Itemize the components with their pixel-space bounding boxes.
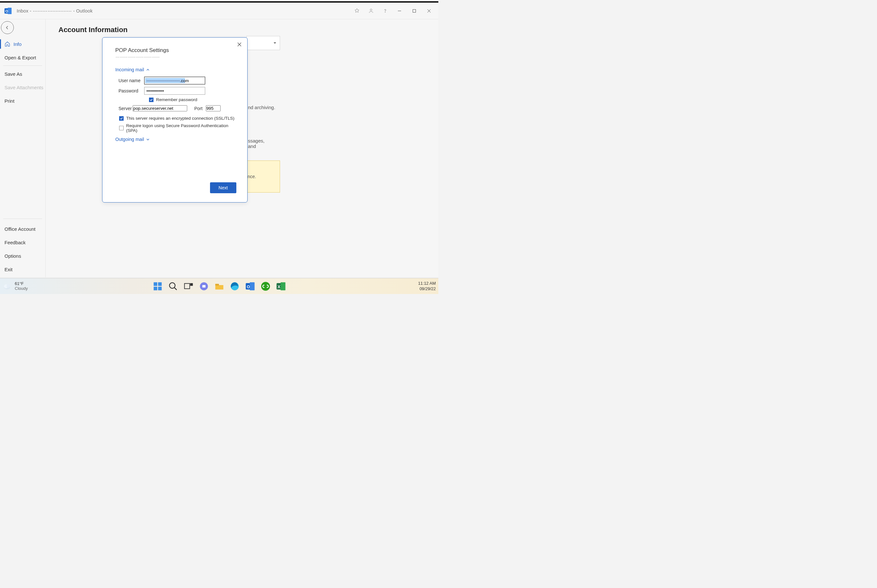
outlook-icon: O	[5, 8, 12, 15]
sidebar-separator	[3, 219, 42, 219]
account-dropdown-fragment[interactable]	[246, 36, 280, 50]
sidebar-item-feedback[interactable]: Feedback	[0, 236, 45, 249]
svg-rect-1	[8, 8, 12, 14]
dialog-subtitle: ⋯⋯⋯⋯⋯⋯⋯⋯⋯⋯⋯	[115, 55, 238, 59]
sidebar-item-label: Save As	[5, 71, 22, 77]
weather-desc: Cloudy	[15, 286, 28, 291]
sidebar-item-label: Print	[5, 98, 15, 104]
svg-rect-15	[158, 282, 162, 286]
svg-rect-31	[280, 282, 285, 290]
premium-icon[interactable]	[350, 5, 364, 17]
window-title: Inbox - ⋯⋯⋯⋯⋯⋯⋯⋯ - Outlook	[17, 8, 93, 14]
svg-rect-16	[153, 286, 157, 290]
file-explorer-icon[interactable]	[215, 282, 224, 291]
section-label: Outgoing mail	[115, 137, 144, 142]
quickbooks-icon[interactable]	[261, 282, 270, 291]
titlebar: O Inbox - ⋯⋯⋯⋯⋯⋯⋯⋯ - Outlook	[0, 3, 438, 19]
password-label: Password	[115, 88, 144, 93]
windows-taskbar: 61°F Cloudy O X 11:12 AM 09/29/22	[0, 278, 438, 294]
taskbar-weather[interactable]: 61°F Cloudy	[3, 282, 28, 291]
sidebar-item-label: Feedback	[5, 240, 26, 245]
outlook-window: O Inbox - ⋯⋯⋯⋯⋯⋯⋯⋯ - Outlook Info Open &…	[0, 1, 438, 277]
server-input[interactable]	[133, 105, 187, 111]
svg-rect-21	[191, 284, 192, 285]
username-label: User name	[115, 78, 144, 83]
clock-date: 09/29/22	[418, 286, 436, 291]
bg-text-fragment: nd archiving.	[248, 105, 275, 110]
sidebar-item-office-account[interactable]: Office Account	[0, 222, 45, 236]
sidebar-item-label: Open & Export	[5, 55, 36, 60]
svg-point-13	[6, 284, 10, 288]
taskbar-clock[interactable]: 11:12 AM 09/29/22	[418, 281, 436, 291]
clock-time: 11:12 AM	[418, 281, 436, 286]
sidebar-item-label: Options	[5, 253, 21, 259]
task-view-button[interactable]	[184, 282, 193, 291]
svg-text:X: X	[278, 284, 280, 289]
svg-point-18	[169, 282, 175, 288]
svg-rect-14	[153, 282, 157, 286]
close-window-button[interactable]	[422, 6, 436, 16]
backstage-sidebar: Info Open & Export Save As Save Attachme…	[0, 19, 46, 277]
svg-text:O: O	[246, 284, 250, 289]
outlook-taskbar-icon[interactable]: O	[245, 282, 255, 291]
sidebar-item-exit[interactable]: Exit	[0, 262, 45, 276]
spa-label: Require logon using Secure Password Auth…	[126, 123, 238, 133]
remember-password-checkbox[interactable]	[149, 98, 153, 102]
svg-rect-27	[249, 282, 254, 290]
server-label: Server	[115, 106, 129, 111]
page-title: Account Information	[59, 26, 438, 34]
port-label: Port	[194, 106, 203, 111]
svg-line-19	[174, 287, 177, 290]
help-icon[interactable]	[378, 5, 392, 17]
outgoing-mail-section-toggle[interactable]: Outgoing mail	[115, 137, 238, 142]
pop-account-settings-dialog: POP Account Settings ⋯⋯⋯⋯⋯⋯⋯⋯⋯⋯⋯ Incomin…	[102, 37, 248, 202]
bg-text-fragment: ssages, and	[248, 138, 266, 149]
svg-point-3	[370, 9, 372, 11]
search-button[interactable]	[168, 282, 178, 291]
home-icon	[5, 41, 10, 47]
sidebar-item-save-attachments: Save Attachments	[0, 81, 45, 94]
backstage-main: Account Information nd archiving. ssages…	[46, 19, 438, 277]
sidebar-item-label: Save Attachments	[5, 85, 44, 90]
back-button[interactable]	[1, 21, 14, 34]
svg-text:O: O	[6, 9, 8, 13]
dialog-close-button[interactable]	[235, 40, 243, 48]
chevron-up-icon	[146, 68, 149, 71]
section-label: Incoming mail	[115, 67, 144, 72]
spa-checkbox[interactable]	[119, 126, 124, 130]
svg-rect-23	[202, 285, 206, 288]
svg-rect-6	[413, 9, 416, 12]
ssl-checkbox[interactable]	[119, 116, 124, 121]
svg-rect-17	[158, 286, 162, 290]
sidebar-item-label: Info	[14, 41, 21, 47]
remember-password-label: Remember password	[156, 97, 197, 102]
sidebar-item-options[interactable]: Options	[0, 249, 45, 262]
ssl-label: This server requires an encrypted connec…	[126, 116, 234, 121]
svg-rect-24	[215, 284, 219, 285]
profile-icon[interactable]	[364, 5, 378, 17]
sidebar-item-label: Exit	[5, 267, 12, 272]
cloud-icon	[3, 282, 12, 291]
start-button[interactable]	[153, 282, 162, 291]
dialog-title: POP Account Settings	[115, 47, 238, 54]
chat-icon[interactable]	[199, 282, 209, 291]
chevron-down-icon	[146, 138, 149, 141]
next-button[interactable]: Next	[210, 182, 236, 193]
edge-icon[interactable]	[230, 282, 240, 291]
svg-rect-20	[184, 284, 189, 288]
sidebar-item-save-as[interactable]: Save As	[0, 67, 45, 81]
maximize-button[interactable]	[407, 6, 422, 16]
username-input[interactable]	[144, 77, 205, 84]
yellow-banner-fragment: nce.	[246, 160, 280, 193]
password-input[interactable]	[144, 87, 205, 94]
weather-temp: 61°F	[15, 282, 28, 286]
minimize-button[interactable]	[392, 6, 407, 16]
port-input[interactable]	[206, 105, 221, 111]
sidebar-item-label: Office Account	[5, 226, 35, 232]
incoming-mail-section-toggle[interactable]: Incoming mail	[115, 67, 238, 72]
sidebar-item-info[interactable]: Info	[0, 37, 45, 51]
sidebar-item-open-export[interactable]: Open & Export	[0, 51, 45, 64]
sidebar-item-print[interactable]: Print	[0, 94, 45, 108]
excel-icon[interactable]: X	[276, 282, 286, 291]
